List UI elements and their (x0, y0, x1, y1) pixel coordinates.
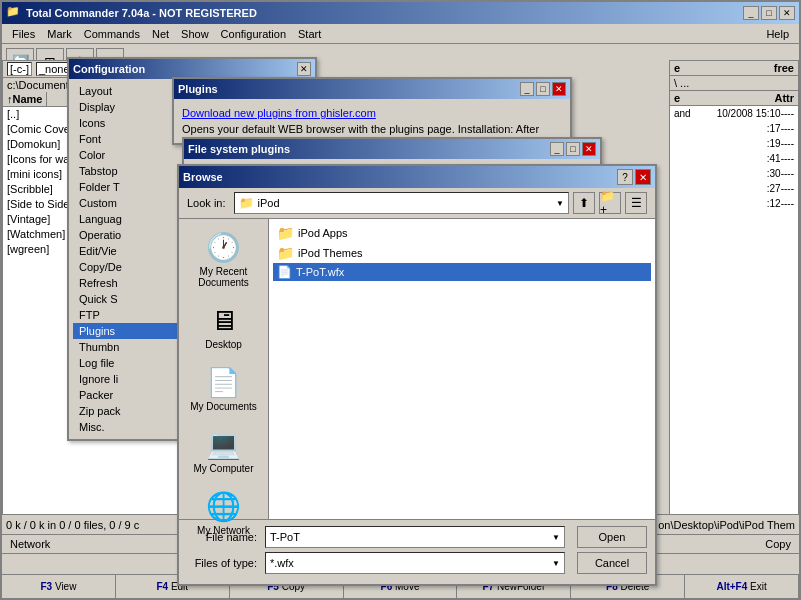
browse-item-ipod-apps[interactable]: 📁 iPod Apps (273, 223, 651, 243)
right-col-attr: Attr (770, 91, 798, 105)
plugins-window-buttons: _ □ ✕ (520, 82, 566, 96)
browse-close-button[interactable]: ✕ (635, 169, 651, 185)
browse-nav-up[interactable]: ⬆ (573, 192, 595, 214)
browse-file-list[interactable]: 📁 iPod Apps 📁 iPod Themes 📄 T-PoT.wfx (269, 219, 655, 519)
config-close-button[interactable]: ✕ (297, 62, 311, 76)
browse-item-wfx-label: T-PoT.wfx (296, 266, 344, 278)
window-title: Total Commander 7.04a - NOT REGISTERED (26, 7, 743, 19)
filetype-row: Files of type: *.wfx ▼ Cancel (187, 552, 647, 574)
look-in-folder-icon: 📁 (239, 196, 254, 210)
documents-label: My Documents (190, 401, 257, 412)
browse-item-tpot-wfx[interactable]: 📄 T-PoT.wfx (273, 263, 651, 281)
filename-dropdown-arrow: ▼ (552, 533, 560, 542)
browse-shortcut-computer[interactable]: 💻 My Computer (189, 424, 257, 478)
plugins-maximize-button[interactable]: □ (536, 82, 550, 96)
name-col-header: ↑Name (3, 92, 47, 106)
recent-icon: 🕐 (206, 231, 241, 264)
browse-item-themes-label: iPod Themes (298, 247, 363, 259)
right-file-list[interactable]: and10/2008 15:10---- :17---- :19---- :41… (670, 106, 798, 543)
fs-close-button[interactable]: ✕ (582, 142, 596, 156)
right-file-item-1[interactable]: :17---- (670, 121, 798, 136)
menu-commands[interactable]: Commands (78, 27, 146, 41)
browse-toolbar: Look in: 📁 iPod ▼ ⬆ 📁+ ☰ (179, 188, 655, 219)
maximize-button[interactable]: □ (761, 6, 777, 20)
fs-minimize-button[interactable]: _ (550, 142, 564, 156)
menu-mark[interactable]: Mark (41, 27, 77, 41)
cancel-button[interactable]: Cancel (577, 552, 647, 574)
main-window: 📁 Total Commander 7.04a - NOT REGISTERED… (0, 0, 801, 600)
filename-label: File name: (187, 531, 257, 543)
filetype-value: *.wfx (270, 557, 294, 569)
fs-maximize-button[interactable]: □ (566, 142, 580, 156)
browse-shortcut-documents[interactable]: 📄 My Documents (186, 362, 261, 416)
look-in-combo[interactable]: 📁 iPod ▼ (234, 192, 569, 214)
desktop-label: Desktop (205, 339, 242, 350)
plugins-close-button[interactable]: ✕ (552, 82, 566, 96)
menu-show[interactable]: Show (175, 27, 215, 41)
f3-view-button[interactable]: F3 View (2, 575, 116, 598)
menu-configuration[interactable]: Configuration (215, 27, 292, 41)
right-file-item-0[interactable]: and10/2008 15:10---- (670, 106, 798, 121)
window-controls: _ □ ✕ (743, 6, 795, 20)
filetype-dropdown-arrow: ▼ (552, 559, 560, 568)
fs-plugins-title-bar: File system plugins _ □ ✕ (184, 139, 600, 159)
menu-files[interactable]: Files (6, 27, 41, 41)
menu-net[interactable]: Net (146, 27, 175, 41)
plugins-title-bar: Plugins _ □ ✕ (174, 79, 570, 99)
status-right: on\Desktop\iPod\iPod Them (658, 519, 795, 531)
look-in-value: iPod (258, 197, 280, 209)
look-in-label: Look in: (187, 197, 226, 209)
open-button[interactable]: Open (577, 526, 647, 548)
status-left: 0 k / 0 k in 0 / 0 files, 0 / 9 c (6, 519, 139, 531)
close-button[interactable]: ✕ (779, 6, 795, 20)
right-file-item-6[interactable]: :12---- (670, 196, 798, 211)
computer-label: My Computer (193, 463, 253, 474)
menu-help[interactable]: Help (760, 27, 795, 41)
right-col-free: free (774, 62, 794, 74)
plugins-dialog: Plugins _ □ ✕ Download new plugins from … (172, 77, 572, 145)
left-drive-combo[interactable]: [-c-] (7, 62, 32, 76)
app-icon: 📁 (6, 5, 22, 21)
plugins-title-text: Plugins (178, 83, 520, 95)
menu-start[interactable]: Start (292, 27, 327, 41)
filename-input[interactable]: T-PoT ▼ (265, 526, 565, 548)
plugins-download-link[interactable]: Download new plugins from ghisler.com (182, 107, 376, 119)
fs-plugins-window-buttons: _ □ ✕ (550, 142, 596, 156)
cancel-btn-container: Cancel (577, 552, 647, 574)
network-icon: 🌐 (206, 490, 241, 523)
config-title-bar: Configuration ✕ (69, 59, 315, 79)
browse-help-button[interactable]: ? (617, 169, 633, 185)
right-file-item-3[interactable]: :41---- (670, 151, 798, 166)
copy-right: Copy (765, 538, 791, 550)
browse-nav-view[interactable]: ☰ (625, 192, 647, 214)
browse-nav-new-folder[interactable]: 📁+ (599, 192, 621, 214)
desktop-icon: 🖥 (210, 304, 238, 337)
plugins-description: Opens your default WEB browser with the … (182, 123, 562, 135)
minimize-button[interactable]: _ (743, 6, 759, 20)
right-col-e: e (674, 62, 774, 74)
browse-item-ipod-themes[interactable]: 📁 iPod Themes (273, 243, 651, 263)
filetype-combo[interactable]: *.wfx ▼ (265, 552, 565, 574)
config-title-text: Configuration (73, 63, 297, 75)
folder-icon-themes: 📁 (277, 245, 294, 261)
browse-sidebar: 🕐 My RecentDocuments 🖥 Desktop 📄 My Docu… (179, 219, 269, 519)
wfx-file-icon: 📄 (277, 265, 292, 279)
browse-item-apps-label: iPod Apps (298, 227, 348, 239)
recent-label: My RecentDocuments (198, 266, 249, 288)
browse-content: 🕐 My RecentDocuments 🖥 Desktop 📄 My Docu… (179, 219, 655, 519)
network-label: Network (10, 538, 50, 550)
menu-bar: Files Mark Commands Net Show Configurati… (2, 24, 799, 44)
title-bar: 📁 Total Commander 7.04a - NOT REGISTERED… (2, 2, 799, 24)
right-file-item-4[interactable]: :30---- (670, 166, 798, 181)
right-path-fragment: \ ... (674, 77, 689, 89)
plugins-minimize-button[interactable]: _ (520, 82, 534, 96)
browse-shortcut-recent[interactable]: 🕐 My RecentDocuments (194, 227, 253, 292)
right-file-item-2[interactable]: :19---- (670, 136, 798, 151)
computer-icon: 💻 (206, 428, 241, 461)
browse-shortcut-desktop[interactable]: 🖥 Desktop (201, 300, 246, 354)
altf4-exit-button[interactable]: Alt+F4 Exit (685, 575, 799, 598)
right-file-item-5[interactable]: :27---- (670, 181, 798, 196)
documents-icon: 📄 (206, 366, 241, 399)
filename-value: T-PoT (270, 531, 300, 543)
browse-dialog: Browse ? ✕ Look in: 📁 iPod ▼ ⬆ 📁+ ☰ 🕐 My… (177, 164, 657, 586)
